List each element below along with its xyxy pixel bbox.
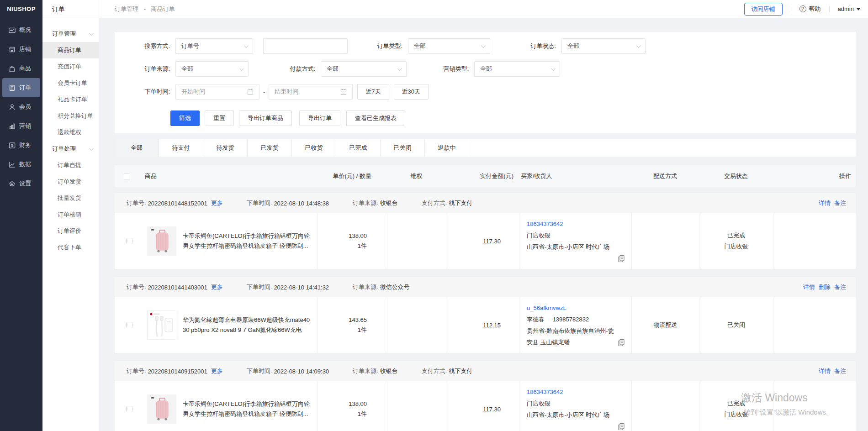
- row-checkbox[interactable]: [126, 322, 132, 328]
- sidebar-item-data[interactable]: 数据: [2, 155, 40, 174]
- buyer-id-link[interactable]: u_56afkmvwzL: [527, 302, 625, 314]
- order-source-value: 全部: [181, 65, 193, 73]
- order-status-select[interactable]: 全部: [561, 38, 646, 54]
- submenu-item-verify[interactable]: 订单核销: [42, 206, 99, 223]
- breadcrumb-page: 商品订单: [151, 5, 175, 12]
- sidebar-item-shop[interactable]: 店铺: [2, 40, 40, 59]
- tab-pending-payment[interactable]: 待支付: [159, 139, 203, 157]
- order-source-select[interactable]: 全部: [175, 61, 249, 77]
- remark-link[interactable]: 备注: [834, 283, 846, 291]
- export-order-goods-button[interactable]: 导出订单商品: [239, 110, 292, 126]
- delivery-cell: 物流配送: [631, 297, 699, 353]
- primary-nav: 概况 店铺 商品 订单 会员 营销: [0, 21, 42, 193]
- user-menu[interactable]: admin: [838, 5, 860, 12]
- copy-icon[interactable]: [618, 339, 625, 347]
- refund-cell: [387, 297, 446, 353]
- gear-icon: [8, 180, 16, 188]
- detail-link[interactable]: 详情: [803, 283, 815, 291]
- delete-link[interactable]: 删除: [819, 283, 831, 291]
- sidebar-item-settings[interactable]: 设置: [2, 174, 40, 193]
- row-checkbox[interactable]: [126, 406, 132, 412]
- remark-link[interactable]: 备注: [834, 199, 846, 207]
- order-source-label: 订单来源:: [353, 199, 378, 207]
- filter-button[interactable]: 筛选: [170, 110, 200, 126]
- filter-panel: 搜索方式: 订单号 订单类型: 全部 订单状态: 全部: [115, 32, 856, 133]
- order-pay: 线下支付: [449, 367, 472, 375]
- view-reports-button[interactable]: 查看已生成报表: [346, 110, 405, 126]
- tab-closed[interactable]: 已关闭: [381, 139, 425, 157]
- submenu-item-recharge-orders[interactable]: 充值订单: [42, 58, 99, 75]
- search-type-select[interactable]: 订单号: [175, 38, 253, 54]
- topbar: 订单管理 - 商品订单 访问店铺 帮助 admin: [99, 0, 868, 18]
- reset-button[interactable]: 重置: [205, 110, 234, 126]
- submenu-item-membercard-orders[interactable]: 会员卡订单: [42, 75, 99, 91]
- line-chart-icon: [8, 161, 16, 168]
- marketing-type-select[interactable]: 全部: [474, 61, 560, 77]
- last-7-days-button[interactable]: 近7天: [357, 84, 389, 100]
- refund-cell: [387, 381, 446, 431]
- col-buyer: 买家/收货人: [519, 172, 631, 180]
- order-strip: 订单号: 202208101409152001 更多 下单时间: 2022-08…: [115, 361, 856, 381]
- buyer-name: 李德春: [527, 316, 545, 323]
- breadcrumb: 订单管理 - 商品订单: [115, 5, 175, 13]
- product-image: [147, 226, 176, 256]
- buyer-address: 山西省-太原市-小店区 时代广场: [527, 409, 617, 420]
- end-date-input[interactable]: 结束时间: [269, 84, 353, 100]
- divider: [791, 6, 791, 12]
- detail-link[interactable]: 详情: [819, 367, 831, 375]
- submenu-item-shipping[interactable]: 订单发货: [42, 173, 99, 190]
- search-input[interactable]: [263, 38, 348, 54]
- last-30-days-button[interactable]: 近30天: [394, 84, 429, 100]
- submenu-item-batch-shipping[interactable]: 批量发货: [42, 190, 99, 206]
- submenu-item-points-orders[interactable]: 积分兑换订单: [42, 108, 99, 124]
- status-tabs: 全部 待支付 待发货 已发货 已收货 已完成 已关闭 退款中: [115, 139, 856, 157]
- order-type-select[interactable]: 全部: [408, 38, 490, 54]
- help-button[interactable]: 帮助: [799, 5, 821, 13]
- detail-link[interactable]: 详情: [819, 199, 831, 207]
- sidebar-item-overview[interactable]: 概况: [2, 21, 40, 40]
- submenu-item-refund[interactable]: 退款维权: [42, 124, 99, 141]
- pay-way-select[interactable]: 全部: [321, 61, 407, 77]
- filter-buttons: 筛选 重置 导出订单商品 导出订单 查看已生成报表: [115, 110, 856, 126]
- copy-icon[interactable]: [618, 255, 625, 263]
- remark-link[interactable]: 备注: [834, 367, 846, 375]
- export-orders-button[interactable]: 导出订单: [299, 110, 340, 126]
- submenu-item-giftcard-orders[interactable]: 礼品卡订单: [42, 91, 99, 108]
- copy-icon[interactable]: [618, 423, 625, 431]
- buyer-id-link[interactable]: 18634373642: [527, 386, 625, 398]
- sidebar-item-marketing[interactable]: 营销: [2, 116, 40, 136]
- tab-shipped[interactable]: 已发货: [248, 139, 292, 157]
- more-link[interactable]: 更多: [211, 283, 223, 291]
- tab-all[interactable]: 全部: [115, 139, 159, 157]
- submenu-item-pickup[interactable]: 订单自提: [42, 157, 99, 173]
- search-type-value: 订单号: [181, 42, 199, 50]
- submenu-group-order-management[interactable]: 订单管理: [42, 26, 99, 42]
- buyer-id-link[interactable]: 18634373642: [527, 218, 625, 230]
- tab-received[interactable]: 已收货: [292, 139, 336, 157]
- submenu-item-proxy-order[interactable]: 代客下单: [42, 239, 99, 256]
- submenu-item-goods-orders[interactable]: 商品订单: [42, 42, 99, 58]
- buyer-line2: 李德春 13985782832: [527, 314, 625, 325]
- sidebar-item-orders[interactable]: 订单: [2, 78, 40, 97]
- row-checkbox[interactable]: [126, 238, 132, 244]
- order-pay: 线下支付: [449, 199, 472, 207]
- submenu-item-review[interactable]: 订单评价: [42, 223, 99, 239]
- sidebar-item-goods[interactable]: 商品: [2, 59, 40, 78]
- more-link[interactable]: 更多: [211, 199, 223, 207]
- visit-shop-button[interactable]: 访问店铺: [744, 3, 783, 16]
- select-all-checkbox[interactable]: [124, 173, 130, 179]
- tab-refunding[interactable]: 退款中: [425, 139, 469, 157]
- calendar-icon: [247, 89, 254, 95]
- sidebar-item-members[interactable]: 会员: [2, 97, 40, 116]
- buyer-cell: u_56afkmvwzL 李德春 13985782832 贵州省-黔南布依族苗族…: [519, 297, 631, 353]
- sidebar-item-finance[interactable]: 财务: [2, 136, 40, 155]
- tab-completed[interactable]: 已完成: [336, 139, 381, 157]
- col-delivery: 配送方式: [631, 172, 699, 180]
- submenu-group-order-processing[interactable]: 订单处理: [42, 141, 99, 157]
- more-link[interactable]: 更多: [211, 367, 223, 375]
- status-line1: 已关闭: [727, 320, 745, 331]
- ops-cell: [773, 297, 856, 353]
- start-date-input[interactable]: 开始时间: [175, 84, 259, 100]
- sidebar-item-label: 设置: [19, 179, 31, 188]
- tab-to-ship[interactable]: 待发货: [203, 139, 248, 157]
